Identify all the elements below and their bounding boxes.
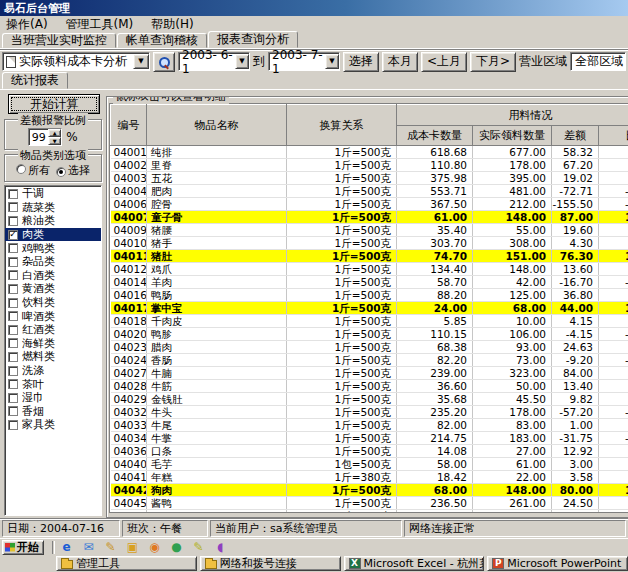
table-row[interactable]: 04023腊肉1斤=500克68.3893.0024.63: [111, 341, 628, 354]
alarm-ratio-spinner[interactable]: 99 ▲ ▼: [28, 128, 62, 146]
this-month-button[interactable]: 本月: [382, 52, 418, 72]
messenger-icon[interactable]: ◖: [213, 540, 228, 554]
table-row[interactable]: 04018千肉皮1斤=500克5.8510.004.15: [111, 315, 628, 328]
category-item[interactable]: 家具类: [5, 418, 101, 432]
checkbox-icon[interactable]: [8, 420, 18, 430]
table-row[interactable]: 04009猪腰1斤=500克35.4055.0019.60: [111, 224, 628, 237]
table-row[interactable]: 04028牛筋1斤=500克36.6050.0013.40: [111, 380, 628, 393]
menu-operate[interactable]: 操作(A): [6, 16, 48, 33]
table-row[interactable]: 04004肥肉1斤=500克553.71481.00-72.71-: [111, 185, 628, 198]
tab-report-analysis[interactable]: 报表查询分析: [208, 31, 298, 48]
table-row[interactable]: 04041年糕1斤=380克18.4222.003.58: [111, 471, 628, 484]
checkbox-icon[interactable]: [8, 284, 18, 294]
table-row[interactable]: 04006腔骨1斤=500克367.50212.00-155.50-: [111, 198, 628, 211]
report-grid[interactable]: 编号 物品名称 换算关系 用料情况 成本卡数量 实际领料数量 差额 比 0400…: [109, 103, 628, 513]
taskbar-button[interactable]: 管理工具: [56, 556, 197, 571]
table-row[interactable]: 04012鸡爪1斤=500克134.40148.0013.60: [111, 263, 628, 276]
pen-icon[interactable]: ✎: [191, 540, 206, 554]
category-item[interactable]: 湿巾: [5, 391, 101, 405]
checkbox-icon[interactable]: [8, 189, 18, 199]
category-item[interactable]: 饮料类: [5, 296, 101, 310]
checkbox-icon[interactable]: [8, 311, 18, 321]
date-from-picker[interactable]: 2003- 6- 1 ▼: [178, 52, 250, 71]
spin-down-icon[interactable]: ▼: [48, 137, 61, 145]
checkbox-icon[interactable]: [8, 298, 18, 308]
table-row[interactable]: 04045酱鸭1斤=500克236.50261.0024.50: [111, 497, 628, 510]
category-item[interactable]: 干调: [5, 187, 101, 201]
media-player-icon[interactable]: ◉: [147, 540, 162, 554]
chevron-down-icon[interactable]: ▼: [133, 54, 149, 69]
category-item[interactable]: 红酒类: [5, 323, 101, 337]
checkbox-icon[interactable]: [8, 352, 18, 362]
table-row[interactable]: 04040毛芋1包=500克58.0061.003.00: [111, 458, 628, 471]
table-row[interactable]: 04034牛掌1斤=500克214.75183.00-31.75-: [111, 432, 628, 445]
tab-realtime-monitor[interactable]: 当班营业实时监控: [2, 33, 116, 48]
table-row[interactable]: 04036口条1斤=500克14.0827.0012.92: [111, 445, 628, 458]
col-header-cost-qty[interactable]: 成本卡数量: [397, 126, 473, 146]
prev-month-button[interactable]: <上月: [421, 52, 467, 72]
taskbar-button[interactable]: PMicrosoft PowerPoint: [487, 556, 628, 571]
checkbox-icon[interactable]: [8, 243, 18, 253]
table-row[interactable]: 04027牛腩1斤=500克239.00323.0084.00: [111, 367, 628, 380]
category-item[interactable]: 燃料类: [5, 350, 101, 364]
report-type-combobox[interactable]: 实际领料成本卡分析 ▼: [2, 52, 150, 71]
chevron-down-icon[interactable]: ▼: [235, 54, 249, 69]
col-header-diff[interactable]: 差额: [552, 126, 599, 146]
category-item[interactable]: 香烟: [5, 405, 101, 419]
col-header-ratio[interactable]: 比: [599, 126, 628, 146]
spin-up-icon[interactable]: ▲: [48, 129, 61, 137]
radio-all[interactable]: 所有: [16, 163, 50, 178]
taskbar-button[interactable]: 网络和拨号连接: [200, 556, 341, 571]
checkbox-icon[interactable]: [8, 202, 18, 212]
col-header-name[interactable]: 物品名称: [147, 105, 287, 146]
table-row[interactable]: 04016鸭肠1斤=500克88.20125.0036.80: [111, 289, 628, 302]
table-row[interactable]: 04002里脊1斤=500克110.80178.0067.20: [111, 159, 628, 172]
category-item[interactable]: 粮油类: [5, 214, 101, 228]
preview-button[interactable]: [153, 52, 175, 72]
tab-bill-audit[interactable]: 帐单查询稽核: [117, 33, 207, 48]
checkbox-icon[interactable]: [8, 270, 18, 280]
category-item[interactable]: ✓肉类: [5, 228, 101, 242]
table-row[interactable]: 04014羊肉1斤=500克58.7042.00-16.70-: [111, 276, 628, 289]
menu-admin-tools[interactable]: 管理工具(M): [66, 16, 134, 33]
taskbar-button[interactable]: XMicrosoft Excel - 杭州菜...: [344, 556, 485, 571]
edit-icon[interactable]: ✎: [103, 540, 118, 554]
table-row[interactable]: 04024香肠1斤=500克82.2073.00-9.20-: [111, 354, 628, 367]
col-header-actual-qty[interactable]: 实际领料数量: [473, 126, 552, 146]
checkbox-icon[interactable]: [8, 393, 18, 403]
category-item[interactable]: 啤酒类: [5, 309, 101, 323]
table-row[interactable]: 04017掌中宝1斤=500克24.0068.0044.001: [111, 302, 628, 315]
table-row[interactable]: 04001纯排1斤=500克618.68677.0058.32: [111, 146, 628, 159]
start-calc-button[interactable]: 开始计算: [8, 94, 100, 114]
ie-icon[interactable]: e: [59, 540, 74, 554]
table-row[interactable]: 04029金钱肚1斤=500克35.6845.509.82: [111, 393, 628, 406]
category-item[interactable]: 茶叶: [5, 377, 101, 391]
col-header-conversion[interactable]: 换算关系: [287, 105, 397, 146]
table-row[interactable]: 04046石鸡1斤=500克386.95358.00-28.95-: [111, 510, 628, 514]
table-row[interactable]: 04042狗肉1斤=500克68.00148.0080.001: [111, 484, 628, 497]
col-header-code[interactable]: 编号: [111, 105, 147, 146]
category-item[interactable]: 洗涤: [5, 364, 101, 378]
table-row[interactable]: 04032牛头1斤=500克235.20178.00-57.20-: [111, 406, 628, 419]
checkbox-icon[interactable]: [8, 325, 18, 335]
category-item[interactable]: 海鲜类: [5, 337, 101, 351]
globe-icon[interactable]: ●: [169, 540, 184, 554]
start-button[interactable]: 开始: [2, 540, 44, 555]
category-item[interactable]: 鸡鸭类: [5, 241, 101, 255]
table-row[interactable]: 04007童子骨1斤=500克61.00148.0087.001: [111, 211, 628, 224]
category-list[interactable]: 干调蔬菜类粮油类✓肉类鸡鸭类杂品类白酒类黄酒类饮料类啤酒类红酒类海鲜类燃料类洗涤…: [4, 185, 102, 516]
radio-pick[interactable]: 选择: [56, 163, 90, 178]
date-to-picker[interactable]: 2003- 7- 1 ▼: [268, 52, 340, 71]
table-row[interactable]: 04033牛尾1斤=500克82.0083.001.00: [111, 419, 628, 432]
category-item[interactable]: 蔬菜类: [5, 201, 101, 215]
checkbox-icon[interactable]: [8, 257, 18, 267]
menu-help[interactable]: 帮助(H): [151, 16, 193, 33]
region-input[interactable]: 全部区域: [570, 52, 626, 71]
mail-icon[interactable]: ✉: [81, 540, 96, 554]
category-item[interactable]: 白酒类: [5, 269, 101, 283]
checkbox-icon[interactable]: [8, 338, 18, 348]
checkbox-icon[interactable]: [8, 216, 18, 226]
table-row[interactable]: 04010猪手1斤=500克303.70308.004.30: [111, 237, 628, 250]
category-item[interactable]: 黄酒类: [5, 282, 101, 296]
checkbox-icon[interactable]: [8, 366, 18, 376]
